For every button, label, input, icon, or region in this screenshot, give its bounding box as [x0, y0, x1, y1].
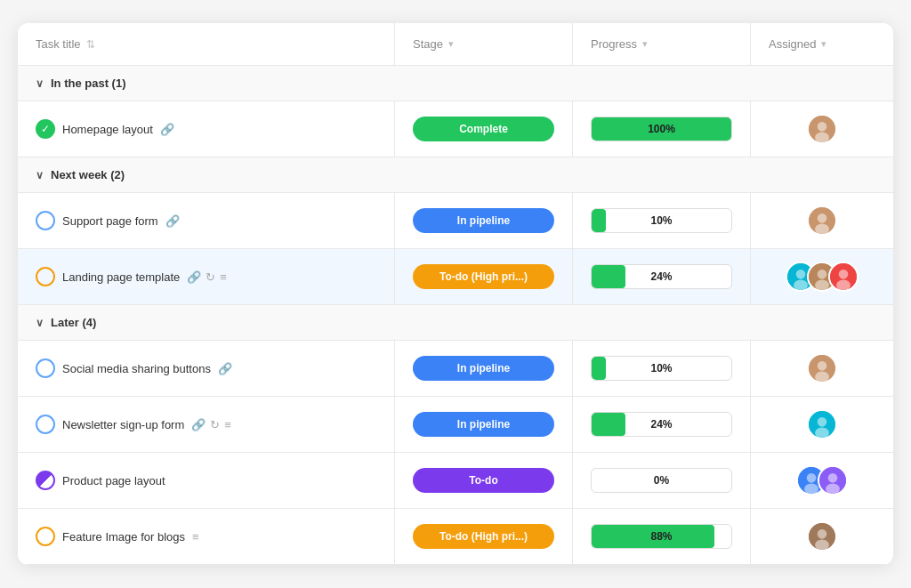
progress-label: 88%: [650, 530, 672, 543]
task-row: Feature Image for blogs ≡ To-do (High pr…: [18, 509, 893, 565]
task-row: Support page form 🔗 In pipeline 10%: [18, 193, 893, 249]
svg-point-4: [818, 213, 827, 223]
svg-point-5: [815, 224, 829, 235]
avatar: [807, 205, 837, 236]
progress-bar-track: 0%: [591, 468, 732, 493]
assignees: [807, 205, 837, 236]
group-header-past[interactable]: ∨ In the past (1): [18, 66, 893, 101]
task-row: Landing page template 🔗↻≡ To-do (High pr…: [18, 249, 893, 305]
task-title[interactable]: Social media sharing buttons: [62, 362, 211, 375]
chevron-icon: ∨: [36, 77, 44, 90]
task-meta-icons: 🔗: [218, 362, 232, 375]
avatar: [807, 409, 837, 439]
task-title[interactable]: Landing page template: [62, 270, 180, 284]
group-label: Later (4): [51, 316, 96, 329]
sort-icon: ⇅: [86, 38, 95, 51]
task-status-icon: [36, 415, 55, 434]
col-assigned-label: Assigned: [769, 37, 816, 51]
refresh-icon: ↻: [210, 418, 220, 431]
assignees: [807, 409, 837, 439]
progress-bar-track: 24%: [591, 264, 732, 289]
stage-badge[interactable]: In pipeline: [413, 208, 554, 233]
list-icon: ≡: [224, 418, 231, 431]
stage-badge[interactable]: To-do: [413, 468, 554, 493]
task-assigned-cell: [751, 509, 893, 564]
task-assigned-cell: [751, 249, 893, 304]
link-icon: 🔗: [218, 362, 232, 375]
stage-badge[interactable]: In pipeline: [413, 356, 554, 381]
svg-point-22: [807, 473, 817, 483]
task-stage-cell: In pipeline: [395, 341, 573, 396]
task-row: Social media sharing buttons 🔗 In pipeli…: [18, 341, 893, 397]
list-icon: ≡: [192, 530, 199, 544]
col-progress[interactable]: Progress ▾: [573, 23, 751, 65]
svg-point-11: [815, 280, 829, 291]
task-row: Product page layout To-do 0%: [18, 453, 893, 509]
task-meta-icons: ≡: [192, 530, 199, 544]
stage-badge[interactable]: Complete: [413, 117, 554, 141]
stage-badge[interactable]: In pipeline: [413, 412, 554, 437]
list-icon: ≡: [220, 270, 227, 284]
task-title-cell: Feature Image for blogs ≡: [18, 509, 395, 564]
task-stage-cell: To-do (High pri...): [395, 509, 573, 564]
task-row: ✓ Homepage layout 🔗 Complete 100%: [18, 101, 893, 157]
task-status-icon: ✓: [36, 119, 55, 139]
task-status-icon: [36, 471, 55, 490]
svg-point-20: [815, 428, 829, 439]
assignees: [796, 465, 848, 495]
assignees: [786, 262, 859, 292]
task-assigned-cell: [751, 101, 893, 157]
task-status-icon: [36, 358, 55, 378]
col-stage[interactable]: Stage ▾: [395, 23, 573, 65]
task-title-cell: Landing page template 🔗↻≡: [18, 249, 395, 304]
task-progress-cell: 10%: [573, 341, 751, 396]
progress-label: 10%: [650, 362, 672, 375]
svg-point-25: [828, 473, 838, 483]
svg-point-1: [818, 122, 827, 132]
task-title-cell: ✓ Homepage layout 🔗: [18, 101, 395, 157]
task-assigned-cell: [751, 341, 893, 396]
task-title[interactable]: Feature Image for blogs: [62, 530, 185, 544]
stage-badge[interactable]: To-do (High pri...): [413, 524, 554, 549]
progress-label: 24%: [650, 418, 672, 431]
assignees: [807, 114, 837, 144]
task-title[interactable]: Newsletter sign-up form: [62, 418, 184, 431]
table-header: Task title ⇅ Stage ▾ Progress ▾ Assigned…: [18, 23, 893, 66]
task-title[interactable]: Support page form: [62, 214, 158, 228]
task-status-icon: [36, 267, 55, 286]
col-stage-label: Stage: [413, 37, 443, 51]
task-progress-cell: 88%: [573, 509, 751, 564]
assignees: [807, 353, 837, 383]
svg-point-7: [796, 270, 806, 279]
avatar: [807, 353, 837, 383]
col-assigned[interactable]: Assigned ▾: [751, 23, 893, 65]
avatar: [807, 114, 837, 144]
task-assigned-cell: [751, 193, 893, 248]
svg-point-29: [815, 540, 829, 551]
link-icon: 🔗: [165, 214, 180, 228]
group-header-later[interactable]: ∨ Later (4): [18, 305, 893, 341]
progress-label: 100%: [648, 123, 675, 135]
stage-badge[interactable]: To-do (High pri...): [413, 264, 554, 289]
progress-bar-track: 100%: [591, 117, 732, 141]
task-progress-cell: 24%: [573, 249, 751, 304]
progress-bar-track: 88%: [591, 524, 732, 549]
task-stage-cell: To-do (High pri...): [395, 249, 573, 304]
progress-label: 10%: [650, 214, 672, 227]
task-stage-cell: To-do: [395, 453, 573, 508]
task-title-cell: Support page form 🔗: [18, 193, 395, 248]
col-task-title[interactable]: Task title ⇅: [18, 23, 395, 65]
task-title[interactable]: Homepage layout: [62, 123, 153, 136]
chevron-icon: ∨: [36, 317, 44, 329]
task-table: Task title ⇅ Stage ▾ Progress ▾ Assigned…: [18, 23, 893, 565]
task-stage-cell: In pipeline: [395, 193, 573, 248]
group-header-next-week[interactable]: ∨ Next week (2): [18, 157, 893, 193]
progress-dropdown-icon: ▾: [642, 38, 648, 50]
task-status-icon: [36, 211, 55, 230]
svg-point-23: [804, 484, 818, 495]
task-meta-icons: 🔗: [165, 214, 180, 228]
refresh-icon: ↻: [206, 270, 215, 284]
stage-dropdown-icon: ▾: [448, 38, 454, 50]
task-title[interactable]: Product page layout: [62, 474, 165, 487]
progress-bar-track: 10%: [591, 208, 732, 233]
